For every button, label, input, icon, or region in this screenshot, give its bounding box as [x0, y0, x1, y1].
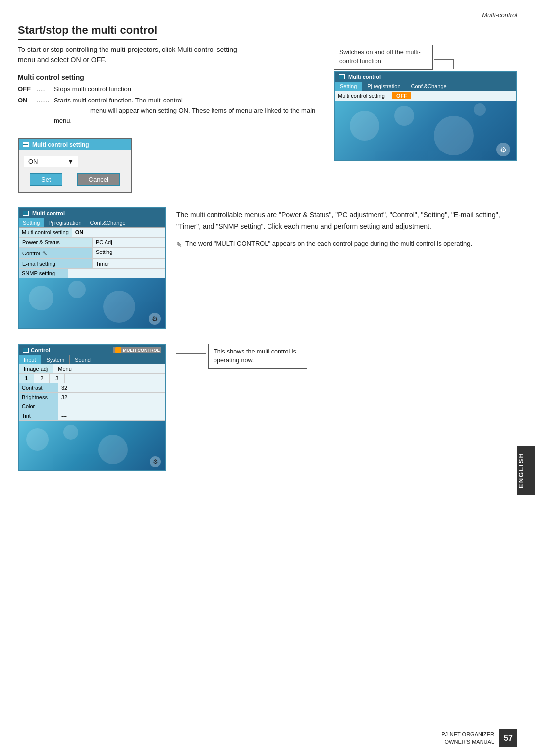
middle-right: The multi controllable menus are "Power …: [176, 207, 517, 250]
mc-row-snmp: SNMP setting: [19, 269, 165, 278]
ctrl-subtab1[interactable]: Image adj: [19, 364, 53, 373]
bubble4: [474, 103, 486, 116]
mc-bubble3: [103, 291, 135, 323]
mc-bg: ⚙: [19, 278, 165, 328]
callout-text: Switches on and off the multi-control fu…: [339, 49, 421, 65]
mc-value-snmp: [68, 272, 165, 275]
bubble3: [434, 116, 474, 155]
on-val-cont: menu will appear when setting ON. These …: [54, 107, 315, 125]
footer-page-num: 57: [499, 729, 517, 747]
mc-row-0: Multi control setting ON: [19, 228, 165, 237]
memo-icon: ✎: [176, 239, 182, 250]
on-dots: .......: [37, 96, 54, 126]
widget-buttons: Set Cancel: [24, 173, 126, 186]
ctrl-bubble2: [63, 425, 78, 440]
ctrl-value-color: ---: [58, 402, 165, 411]
middle-left: Multi control Setting Pj registration Co…: [18, 207, 166, 329]
ctrl-row-contrast: Contrast 32: [19, 383, 165, 393]
mc-tab2[interactable]: Pj registration: [44, 218, 86, 227]
mc-header: Multi control: [19, 208, 165, 218]
ctrl-tab3[interactable]: Sound: [70, 355, 96, 364]
ctrl-tab2[interactable]: System: [41, 355, 70, 364]
page-content: Start/stop the multi control To start or…: [0, 19, 535, 481]
multi-control-badge: MULTI CONTROL: [113, 347, 161, 353]
off-val: Stops multi control function: [54, 84, 324, 95]
mc-cell-setting-label: Setting: [92, 247, 165, 259]
mc-bubble2: [68, 281, 86, 298]
ctrl-gear: ⚙: [150, 456, 160, 467]
on-row: ON ....... Starts multi control function…: [18, 96, 324, 126]
ctrl-num-tab1[interactable]: 1: [19, 374, 34, 383]
ctrl-subtab2[interactable]: Menu: [53, 364, 77, 373]
cp-header: Multi control: [335, 72, 516, 82]
bottom-left: Control MULTI CONTROL Input System Sound…: [18, 344, 166, 471]
ctrl-num-tab2[interactable]: 2: [34, 374, 50, 383]
callout-container: Switches on and off the multi-control fu…: [334, 45, 517, 161]
footer-text2: OWNER'S MANUAL: [441, 738, 494, 746]
mc-cell-pcadj-label: PC Adj: [92, 237, 165, 247]
bottom-callout-box: This shows the multi control is operatin…: [208, 344, 307, 369]
ctrl-value-tint: ---: [58, 411, 165, 420]
mc-gear: ⚙: [149, 313, 160, 325]
off-dots: .....: [37, 84, 54, 95]
widget-body: ON ▼ Set Cancel: [19, 150, 131, 192]
ctrl-tab1[interactable]: Input: [19, 355, 41, 364]
header-label: Multi-control: [0, 9, 535, 19]
top-section: To start or stop controlling the multi-p…: [18, 45, 517, 193]
cp-row: Multi control setting OFF: [335, 91, 516, 101]
ctrl-header-left: Control: [23, 347, 50, 353]
bottom-callout-wrapper: This shows the multi control is operatin…: [176, 344, 517, 369]
header-label-text: Multi-control: [482, 11, 517, 19]
english-sidebar: ENGLISH: [517, 446, 535, 495]
mc-header-icon: [23, 211, 29, 216]
cp-tab-pj[interactable]: Pj registration: [362, 82, 406, 91]
widget-box: Multi control setting ON ▼ Set Cancel: [18, 138, 132, 193]
ctrl-num-tab3[interactable]: 3: [50, 374, 65, 383]
on-val: Starts multi control function. The multi…: [54, 96, 324, 126]
widget-title: Multi control setting: [32, 141, 89, 148]
footer-text1: PJ-NET ORGANIZER: [441, 731, 494, 738]
mc-tab3[interactable]: Conf.&Change: [86, 218, 130, 227]
control-panel: Multi control Setting Pj registration Co…: [334, 71, 517, 161]
cp-header-title: Multi control: [348, 74, 381, 80]
widget-title-bar: Multi control setting: [19, 139, 131, 150]
middle-text: The multi controllable menus are "Power …: [176, 209, 517, 232]
callout-arrow: [434, 50, 469, 70]
mc-cell-email-label: E-mail setting: [19, 259, 92, 269]
dropdown-value: ON: [28, 158, 38, 165]
ctrl-label-color: Color: [19, 402, 58, 411]
mc-value-0: ON: [72, 228, 165, 237]
cp-tab-conf[interactable]: Conf.&Change: [406, 82, 452, 91]
ctrl-value-brightness: 32: [58, 393, 165, 402]
widget-dropdown[interactable]: ON ▼: [24, 156, 78, 167]
mc-tab1[interactable]: Setting: [19, 218, 44, 227]
ctrl-row-tint: Tint ---: [19, 411, 165, 421]
note-row: ✎ The word "MULTI CONTROL" appears on th…: [176, 239, 517, 250]
callout-text-box: Switches on and off the multi-control fu…: [334, 45, 433, 70]
bubble2: [394, 106, 414, 126]
cancel-button[interactable]: Cancel: [77, 173, 120, 186]
cursor-icon: ↖: [42, 249, 48, 257]
top-right: Switches on and off the multi-control fu…: [334, 45, 517, 161]
ctrl-header: Control MULTI CONTROL: [19, 345, 165, 355]
footer-text: PJ-NET ORGANIZER OWNER'S MANUAL: [441, 731, 494, 746]
mc-bubble1: [29, 286, 54, 310]
top-left: To start or stop controlling the multi-p…: [18, 45, 324, 193]
sub-heading: Multi control setting: [18, 73, 324, 81]
ctrl-bubble3: [98, 435, 128, 464]
bottom-section: Control MULTI CONTROL Input System Sound…: [18, 344, 517, 471]
ctrl-label-tint: Tint: [19, 411, 58, 420]
cp-tab-setting[interactable]: Setting: [335, 82, 362, 91]
off-row: OFF ..... Stops multi control function: [18, 84, 324, 95]
cp-row-label: Multi control setting: [338, 93, 392, 99]
mc-label-0: Multi control setting: [19, 228, 72, 237]
note-text: The word "MULTI CONTROL" appears on the …: [185, 239, 472, 249]
set-button[interactable]: Set: [30, 173, 62, 186]
section-title: Start/stop the multi control: [18, 24, 157, 40]
ctrl-row-color: Color ---: [19, 402, 165, 411]
mc-header-title: Multi control: [32, 210, 65, 216]
bottom-arrow: [176, 347, 206, 361]
mc-cell-ctrl-label: Control ↖: [19, 247, 92, 259]
ctrl-row-brightness: Brightness 32: [19, 393, 165, 402]
off-key: OFF: [18, 84, 37, 95]
